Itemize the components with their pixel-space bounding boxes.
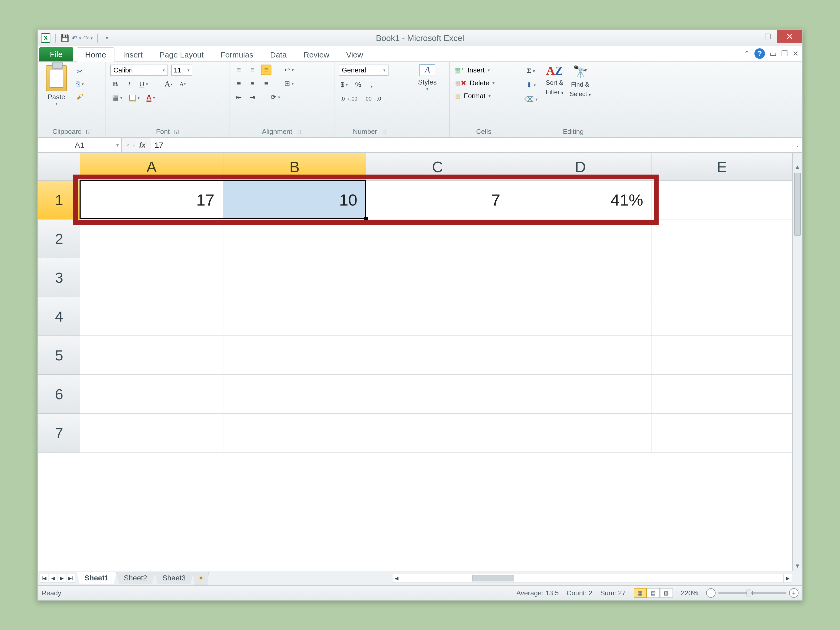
row-header-3[interactable]: 3	[38, 258, 80, 297]
cell[interactable]	[366, 374, 509, 414]
tab-formulas[interactable]: Formulas	[212, 47, 262, 62]
sheet-tab-1[interactable]: Sheet1	[77, 572, 117, 584]
format-painter-button[interactable]: 🖌	[74, 92, 85, 102]
tab-data[interactable]: Data	[262, 47, 295, 62]
cell[interactable]	[509, 374, 652, 414]
cell-b1[interactable]: 10	[223, 180, 366, 219]
insert-cells-button[interactable]: ▦⁺Insert▾	[454, 66, 513, 74]
maximize-button[interactable]: ☐	[758, 30, 777, 43]
name-box[interactable]: A1	[38, 138, 122, 152]
expand-formula-bar-icon[interactable]: ⌄	[792, 138, 802, 152]
cell[interactable]	[509, 297, 652, 336]
cell[interactable]	[223, 297, 366, 336]
cancel-formula-icon[interactable]: ✕	[126, 143, 129, 148]
grow-font-button[interactable]: A▴	[163, 79, 174, 89]
cell-d1[interactable]: 41%	[509, 180, 652, 219]
scroll-down-icon[interactable]: ▼	[793, 561, 802, 571]
cell[interactable]	[223, 336, 366, 374]
row-header-1[interactable]: 1	[38, 180, 80, 219]
row-header-2[interactable]: 2	[38, 219, 80, 258]
formula-input[interactable]: 17	[150, 138, 792, 152]
redo-button[interactable]: ↷	[84, 33, 92, 43]
align-middle-button[interactable]: ≡	[247, 65, 258, 75]
tab-review[interactable]: Review	[295, 47, 338, 62]
normal-view-button[interactable]: ▦	[634, 588, 647, 598]
new-sheet-button[interactable]: ✦	[193, 572, 209, 584]
column-header-e[interactable]: E	[652, 153, 792, 180]
number-launcher-icon[interactable]: ◲	[381, 128, 387, 135]
close-button[interactable]: ✕	[777, 30, 802, 43]
cell[interactable]	[223, 414, 366, 452]
fill-button[interactable]: ⬇	[523, 80, 540, 90]
align-left-button[interactable]: ≡	[234, 78, 244, 89]
fx-icon[interactable]: fx	[139, 141, 146, 149]
cell[interactable]	[366, 219, 509, 258]
format-cells-button[interactable]: ▦Format▾	[454, 92, 513, 100]
decrease-decimal-button[interactable]: .00→.0	[362, 93, 383, 104]
column-header-c[interactable]: C	[366, 153, 509, 180]
row-header-4[interactable]: 4	[38, 297, 80, 336]
zoom-level[interactable]: 220%	[681, 589, 698, 597]
scroll-left-icon[interactable]: ◀	[392, 574, 401, 583]
qat-customize-icon[interactable]: ▾	[103, 33, 111, 43]
increase-indent-button[interactable]: ⇥	[247, 92, 258, 103]
tab-view[interactable]: View	[338, 47, 371, 62]
mdi-close-icon[interactable]: ✕	[793, 49, 799, 58]
page-layout-view-button[interactable]: ▤	[647, 588, 660, 598]
cell[interactable]	[223, 374, 366, 414]
file-tab[interactable]: File	[39, 47, 73, 62]
zoom-out-button[interactable]: −	[706, 588, 715, 598]
cell[interactable]	[80, 414, 223, 452]
scroll-right-icon[interactable]: ▶	[783, 574, 792, 583]
cell[interactable]	[652, 414, 792, 452]
cell[interactable]	[80, 336, 223, 374]
vscroll-thumb[interactable]	[794, 173, 801, 236]
tab-page-layout[interactable]: Page Layout	[151, 47, 212, 62]
zoom-slider[interactable]: − +	[706, 588, 799, 598]
row-header-5[interactable]: 5	[38, 336, 80, 374]
cell[interactable]	[80, 297, 223, 336]
find-select-button[interactable]: 🔭 Find & Select ▾	[570, 65, 591, 98]
font-name-selector[interactable]: Calibri▾	[110, 65, 168, 76]
minimize-button[interactable]: —	[739, 30, 758, 43]
font-color-button[interactable]: A	[145, 92, 157, 103]
cell-c1[interactable]: 7	[366, 180, 509, 219]
enter-formula-icon[interactable]: ✓	[133, 143, 136, 148]
page-break-view-button[interactable]: ▥	[660, 588, 673, 598]
shrink-font-button[interactable]: A▾	[177, 79, 188, 89]
increase-decimal-button[interactable]: .0→.00	[339, 93, 359, 104]
sort-filter-button[interactable]: AZ Sort & Filter ▾	[546, 65, 563, 96]
zoom-in-button[interactable]: +	[789, 588, 799, 598]
save-icon[interactable]: 💾	[60, 33, 69, 43]
first-sheet-icon[interactable]: I◀	[40, 574, 48, 583]
row-header-7[interactable]: 7	[38, 414, 80, 452]
column-header-b[interactable]: B	[223, 153, 366, 180]
cell[interactable]	[509, 258, 652, 297]
tab-home[interactable]: Home	[77, 47, 114, 62]
cell[interactable]	[223, 219, 366, 258]
paste-button[interactable]: Paste ▾	[42, 65, 71, 106]
fill-color-button[interactable]	[127, 92, 142, 103]
excel-logo-icon[interactable]: X	[41, 33, 51, 43]
column-header-d[interactable]: D	[509, 153, 652, 180]
mdi-restore-icon[interactable]: ❐	[781, 49, 788, 58]
cell[interactable]	[652, 297, 792, 336]
cell[interactable]	[509, 414, 652, 452]
row-header-6[interactable]: 6	[38, 374, 80, 414]
cell[interactable]	[509, 219, 652, 258]
ribbon-minimize-icon[interactable]: ⌃	[744, 49, 750, 58]
bold-button[interactable]: B	[110, 79, 121, 89]
hsplit-box[interactable]	[209, 571, 219, 585]
borders-button[interactable]: ▦	[110, 92, 124, 103]
font-size-selector[interactable]: 11▾	[171, 65, 192, 76]
tab-insert[interactable]: Insert	[114, 47, 151, 62]
undo-button[interactable]: ↶	[72, 33, 81, 43]
font-launcher-icon[interactable]: ◲	[174, 128, 179, 135]
percent-format-button[interactable]: %	[353, 79, 363, 90]
cell[interactable]	[366, 336, 509, 374]
cell-a1[interactable]: 17	[80, 180, 223, 219]
delete-cells-button[interactable]: ▦✖Delete▾	[454, 79, 513, 87]
column-header-a[interactable]: A	[80, 153, 223, 180]
align-center-button[interactable]: ≡	[247, 78, 258, 89]
scroll-up-icon[interactable]: ▲	[793, 162, 802, 172]
